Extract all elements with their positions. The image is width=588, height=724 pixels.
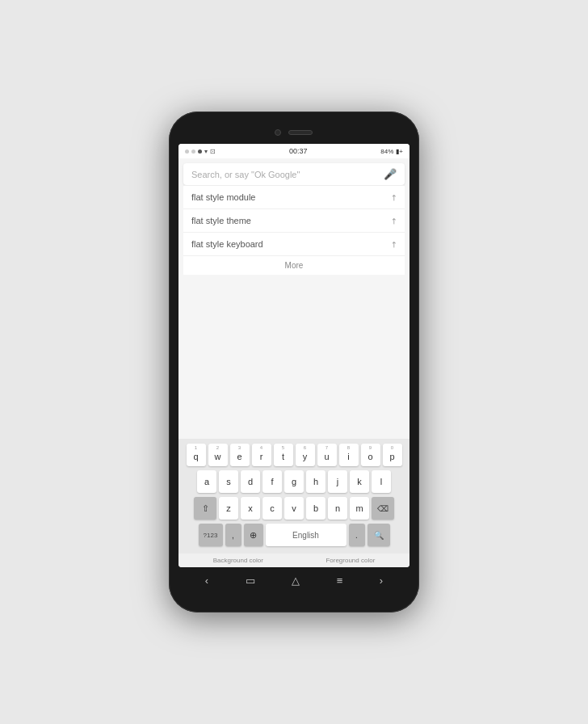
status-bar: ▾ ⊡ 00:37 84% ▮+ [178, 144, 410, 158]
mic-icon[interactable]: 🎤 [384, 168, 397, 180]
key-u[interactable]: 7u [317, 444, 337, 466]
keyboard-row-4: ?123 , ⊕ English . 🔍 [182, 524, 406, 546]
key-z[interactable]: z [219, 497, 238, 520]
key-o[interactable]: 9o [361, 444, 380, 466]
key-a[interactable]: a [197, 470, 216, 493]
suggestions-list: flat style module ↗ flat style theme ↗ f… [183, 185, 405, 275]
camera-icon [275, 129, 281, 136]
backspace-key[interactable]: ⌫ [372, 497, 394, 520]
status-right: 84% ▮+ [380, 148, 403, 155]
key-r[interactable]: 4r [252, 444, 271, 466]
suggestion-arrow-2: ↗ [388, 215, 398, 225]
status-time: 00:37 [289, 147, 308, 155]
signal-dot-3 [198, 149, 202, 154]
search-key[interactable]: 🔍 [368, 524, 390, 546]
forward-button[interactable]: › [373, 571, 389, 590]
signal-dot-2 [191, 149, 195, 154]
suggestion-arrow-1: ↗ [388, 192, 398, 202]
suggestion-item-2[interactable]: flat style theme ↗ [183, 209, 405, 233]
keyboard[interactable]: 1q 2w 3e 4r 5t 6y 7u 8i 9o 0p a s d f g … [178, 439, 410, 554]
suggestion-text-2: flat style theme [191, 216, 251, 225]
key-b[interactable]: b [306, 497, 326, 520]
key-d[interactable]: d [241, 470, 260, 493]
suggestion-item-1[interactable]: flat style module ↗ [183, 186, 405, 209]
key-m[interactable]: m [350, 497, 369, 520]
key-h[interactable]: h [306, 470, 326, 493]
suggestion-text-3: flat style keyboard [191, 239, 263, 249]
search-bar[interactable]: Search, or say "Ok Google" 🎤 [183, 163, 405, 185]
phone-screen: ▾ ⊡ 00:37 84% ▮+ Search, or say "Ok Goog… [178, 144, 410, 567]
key-l[interactable]: l [372, 470, 391, 493]
suggestion-arrow-3: ↗ [388, 238, 398, 249]
status-left: ▾ ⊡ [185, 148, 216, 155]
key-q[interactable]: 1q [187, 444, 206, 466]
key-i[interactable]: 8i [339, 444, 359, 466]
nav-bar: ‹ ▭ △ ≡ › [178, 567, 410, 593]
battery-pct: 84% [380, 148, 393, 155]
wifi-icon: ▾ [204, 148, 208, 155]
speaker [288, 130, 313, 135]
period-key[interactable]: . [349, 524, 365, 546]
key-x[interactable]: x [241, 497, 260, 520]
phone-top-bar [178, 121, 410, 144]
key-n[interactable]: n [328, 497, 347, 520]
phone-device: ▾ ⊡ 00:37 84% ▮+ Search, or say "Ok Goog… [169, 112, 419, 612]
key-t[interactable]: 5t [274, 444, 293, 466]
battery-icon: ▮+ [396, 148, 403, 155]
space-key[interactable]: English [266, 524, 346, 546]
key-e[interactable]: 3e [230, 444, 250, 466]
color-label-row: Background color Foreground color [178, 554, 410, 567]
home-button[interactable]: △ [285, 571, 306, 590]
keyboard-row-1: 1q 2w 3e 4r 5t 6y 7u 8i 9o 0p [182, 444, 406, 466]
key-p[interactable]: 0p [383, 444, 402, 466]
key-v[interactable]: v [284, 497, 304, 520]
key-y[interactable]: 6y [296, 444, 315, 466]
key-c[interactable]: c [262, 497, 282, 520]
back-button[interactable]: ‹ [199, 571, 215, 590]
shift-key[interactable]: ⇧ [194, 497, 216, 520]
recents-button[interactable]: ▭ [239, 571, 262, 590]
keyboard-row-3: ⇧ z x c v b n m ⌫ [182, 497, 406, 520]
key-s[interactable]: s [219, 470, 238, 493]
search-placeholder: Search, or say "Ok Google" [191, 170, 384, 179]
keyboard-row-2: a s d f g h j k l [182, 470, 406, 493]
key-g[interactable]: g [284, 470, 304, 493]
key-k[interactable]: k [350, 470, 369, 493]
foreground-color-label: Foreground color [326, 557, 375, 564]
content-spacer [178, 275, 410, 439]
charging-icon: ⊡ [210, 148, 216, 155]
background-color-label: Background color [213, 557, 263, 564]
menu-button[interactable]: ≡ [330, 571, 350, 590]
comma-key[interactable]: , [225, 524, 242, 546]
more-link[interactable]: More [183, 256, 405, 275]
globe-key[interactable]: ⊕ [244, 524, 263, 546]
numbers-key[interactable]: ?123 [199, 524, 223, 546]
suggestion-item-3[interactable]: flat style keyboard ↗ [183, 233, 405, 256]
key-f[interactable]: f [262, 470, 282, 493]
phone-bottom-bar [178, 593, 410, 603]
signal-dot-1 [185, 149, 189, 154]
key-j[interactable]: j [328, 470, 347, 493]
key-w[interactable]: 2w [208, 444, 228, 466]
suggestion-text-1: flat style module [191, 192, 255, 202]
